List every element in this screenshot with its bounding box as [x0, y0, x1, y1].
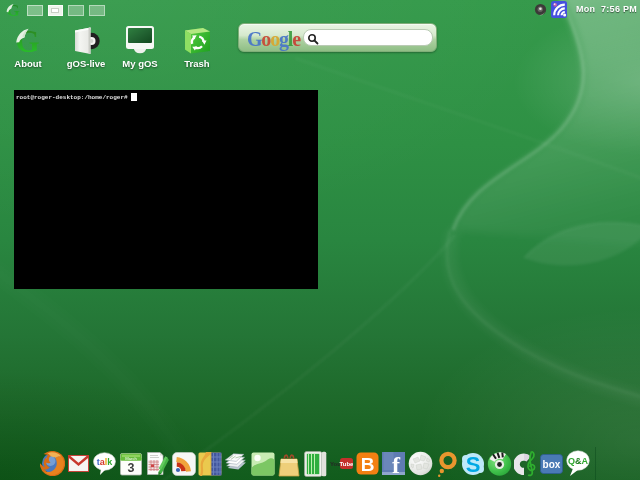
svg-text:B: B [361, 454, 375, 475]
svg-text:S: S [466, 452, 481, 477]
svg-text:Tube: Tube [340, 461, 353, 467]
svg-text:March: March [125, 456, 137, 461]
svg-text:3: 3 [128, 461, 135, 475]
svg-text:f: f [392, 452, 401, 475]
svg-text:talk: talk [97, 457, 114, 467]
svg-text:box: box [543, 459, 561, 470]
svg-text:Q&A: Q&A [568, 456, 589, 466]
